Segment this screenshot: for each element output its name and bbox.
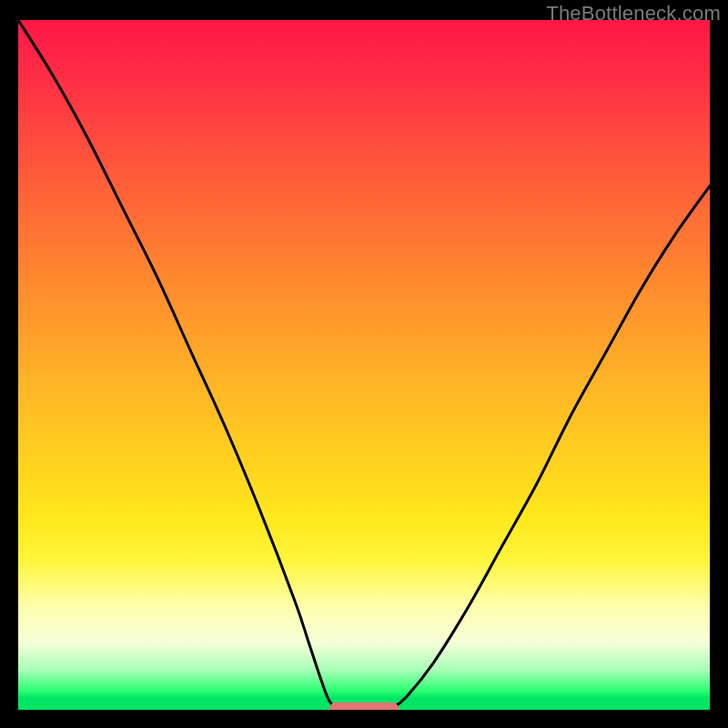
plot-area <box>18 20 710 712</box>
watermark-text: TheBottleneck.com <box>546 2 721 25</box>
bottleneck-curve <box>18 20 710 712</box>
plot-bottom-border <box>18 710 710 712</box>
image-frame: TheBottleneck.com <box>0 0 728 728</box>
curve-path <box>18 20 710 708</box>
